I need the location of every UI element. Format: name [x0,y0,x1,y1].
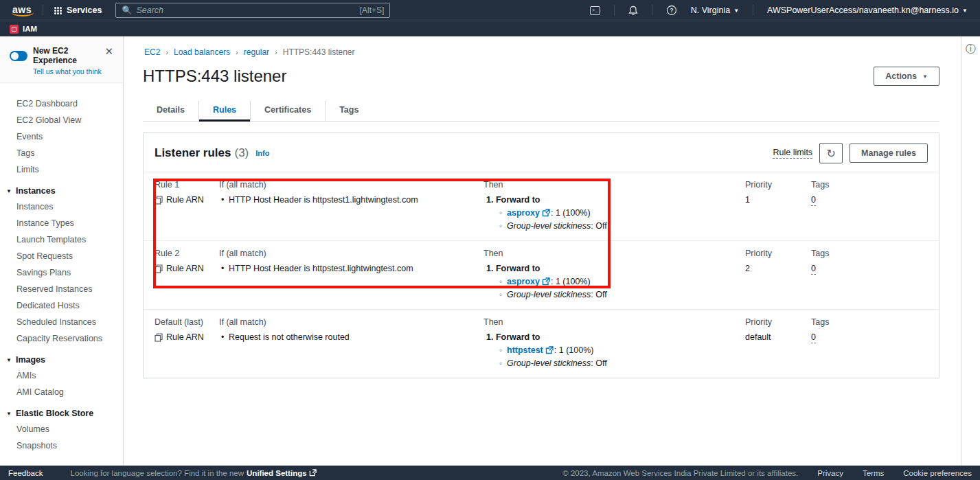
target-group-link[interactable]: asproxy [507,277,540,286]
sidebar-item-volumes[interactable]: Volumes [0,421,123,437]
aws-logo[interactable]: aws [7,4,37,16]
target-group-line: asproxy: 1 (100%) [483,277,745,286]
experience-feedback-link[interactable]: Tell us what you think [33,67,102,76]
region-selector[interactable]: N. Virginia ▼ [685,5,744,15]
rule-arn-copy[interactable]: Rule ARN [155,195,219,205]
favorite-iam[interactable]: IAM [10,25,37,34]
tags-count-link[interactable]: 0 [811,264,816,275]
sidebar-item-ec2-global-view[interactable]: EC2 Global View [0,112,123,128]
breadcrumb-regular[interactable]: regular [244,47,269,57]
chevron-down-icon: ▼ [6,188,12,194]
tags-count-link[interactable]: 0 [811,332,816,343]
language-note: Looking for language selection? Find it … [71,469,244,477]
info-link[interactable]: Info [255,149,269,157]
refresh-button[interactable]: ↻ [819,143,843,163]
search-input[interactable] [136,5,355,15]
sidebar-item-ami-catalog[interactable]: AMI Catalog [0,384,123,400]
sidebar-item-capacity-reservations[interactable]: Capacity Reservations [0,330,123,347]
tab-certificates[interactable]: Certificates [251,101,326,121]
privacy-link[interactable]: Privacy [817,469,843,477]
services-menu[interactable]: Services [49,5,107,15]
external-link-icon[interactable] [542,209,550,217]
notifications-button[interactable] [623,4,643,17]
region-label: N. Virginia [691,5,730,15]
rule-name: Rule 1 [155,180,219,190]
tags-header: Tags [811,317,928,327]
top-navigation-bar: aws Services 🔍 [Alt+S] >_ ? N. Virginia … [0,0,980,21]
breadcrumb-separator: › [166,48,168,56]
breadcrumb-separator: › [275,48,277,56]
help-button[interactable]: ? [661,3,683,17]
sidebar-item-instances[interactable]: Instances [0,198,123,215]
global-search[interactable]: 🔍 [Alt+S] [115,3,390,18]
bell-icon [628,5,638,16]
search-icon: 🔍 [122,5,132,15]
copyright: © 2023, Amazon Web Services India Privat… [562,469,798,477]
priority-header: Priority [745,249,811,258]
breadcrumb-ec2[interactable]: EC2 [144,47,160,57]
sidebar-item-instance-types[interactable]: Instance Types [0,215,123,231]
sidebar-item-amis[interactable]: AMIs [0,367,123,384]
sidebar-item-ec2-dashboard[interactable]: EC2 Dashboard [0,95,123,112]
tab-rules[interactable]: Rules [199,101,251,121]
sidebar-item-snapshots[interactable]: Snapshots [0,437,123,454]
rule-condition: HTTP Host Header is httpstest.lightwingt… [219,264,483,273]
tags-count-link[interactable]: 0 [811,195,816,206]
experience-toggle[interactable] [10,51,27,61]
sidebar-item-tags[interactable]: Tags [0,145,123,161]
sidebar-nav: EC2 Dashboard EC2 Global View Events Tag… [0,83,123,454]
cloudshell-button[interactable]: >_ [584,5,606,16]
if-header: If (all match) [219,249,483,258]
divider [614,5,615,16]
sidebar-item-events[interactable]: Events [0,128,123,145]
divider [753,5,753,16]
question-icon: ? [666,5,677,16]
chevron-down-icon: ▼ [922,73,928,80]
breadcrumb-current: HTTPS:443 listener [283,47,355,57]
rules-list: Rule 1 Rule ARN If (all match) HTTP Host… [144,172,939,378]
rule-limits-link[interactable]: Rule limits [773,148,812,159]
listener-rules-card: Listener rules (3) Info Rule limits ↻ Ma… [143,133,939,378]
tab-tags[interactable]: Tags [326,101,372,121]
rule-arn-copy[interactable]: Rule ARN [155,264,219,273]
sidebar-item-spot-requests[interactable]: Spot Requests [0,248,123,264]
sidebar-section-ebs[interactable]: ▼Elastic Block Store [0,400,123,421]
sidebar-section-instances[interactable]: ▼Instances [0,178,123,198]
sidebar-item-limits[interactable]: Limits [0,161,123,178]
rule-arn-copy[interactable]: Rule ARN [155,332,219,342]
cookie-preferences-link[interactable]: Cookie preferences [903,469,972,477]
sidebar-item-scheduled-instances[interactable]: Scheduled Instances [0,314,123,330]
target-weight: : 1 (100%) [551,277,591,286]
chevron-down-icon: ▼ [733,8,739,14]
tab-details[interactable]: Details [143,101,199,121]
then-header: Then [483,317,745,327]
copy-icon [155,333,163,342]
experience-label: New EC2 Experience [33,46,102,65]
info-icon[interactable]: ⓘ [966,43,976,466]
sidebar-item-savings-plans[interactable]: Savings Plans [0,264,123,281]
target-group-link[interactable]: httpstest [507,345,543,355]
actions-button[interactable]: Actions ▼ [874,67,939,86]
page-title: HTTPS:443 listener [143,67,286,86]
breadcrumb-load-balancers[interactable]: Load balancers [174,47,230,57]
services-label: Services [67,5,102,15]
sidebar-item-dedicated-hosts[interactable]: Dedicated Hosts [0,297,123,314]
footer: Feedback Looking for language selection?… [0,466,980,480]
sidebar-item-launch-templates[interactable]: Launch Templates [0,231,123,248]
manage-rules-button[interactable]: Manage rules [850,144,928,163]
forward-to: 1. Forward to [483,264,745,273]
sidebar-section-images[interactable]: ▼Images [0,347,123,367]
copy-icon [155,264,163,273]
unified-settings-link[interactable]: Unified Settings [247,469,307,477]
feedback-link[interactable]: Feedback [8,469,43,477]
close-icon[interactable]: ✕ [102,46,116,56]
favorites-bar: IAM [0,21,980,36]
account-menu[interactable]: AWSPowerUserAccess/navaneeth.kn@harness.… [762,5,973,15]
chevron-down-icon: ▼ [6,357,12,363]
rule-condition: HTTP Host Header is httpstest1.lightwing… [219,195,483,205]
terms-link[interactable]: Terms [863,469,884,477]
external-link-icon[interactable] [542,277,550,286]
external-link-icon[interactable] [545,346,554,354]
sidebar-item-reserved-instances[interactable]: Reserved Instances [0,281,123,297]
target-group-link[interactable]: asproxy [507,208,540,218]
